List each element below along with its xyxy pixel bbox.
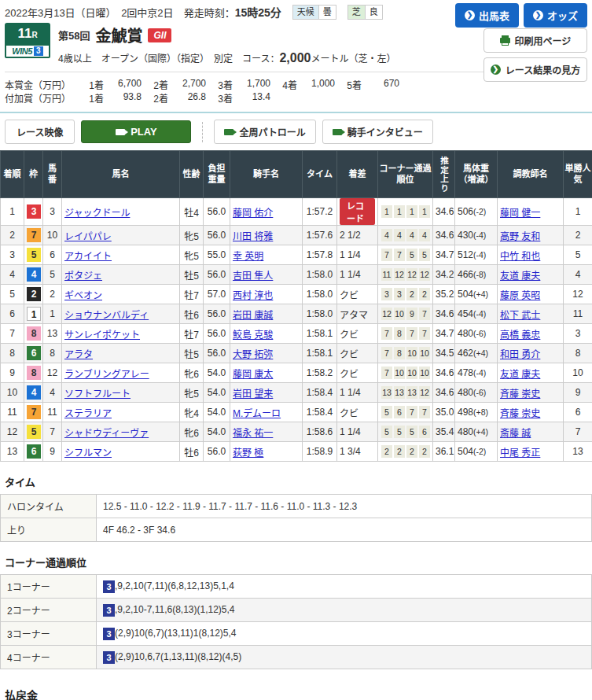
horse-number: 8 xyxy=(43,344,62,363)
horse-name-link[interactable]: ソフトフルート xyxy=(64,389,131,400)
jockey-cell: 西村 淳也 xyxy=(230,285,303,304)
col-finish-position: 着順 xyxy=(1,151,24,198)
trainer-link[interactable]: 斉藤 崇史 xyxy=(500,408,540,419)
corner-order-value: 3,9,2,10-7,11,6(8,13)(1,12)5,4 xyxy=(97,599,592,622)
jockey-link[interactable]: 幸 英明 xyxy=(233,251,263,262)
horse-name-cell: アラタ xyxy=(62,344,180,363)
jockey-link[interactable]: 大野 拓弥 xyxy=(233,349,273,360)
result-guide-button[interactable]: ❯レース結果の見方 xyxy=(484,57,587,82)
horse-number: 11 xyxy=(43,403,62,422)
result-row: 11 7 11 ステラリア 牝4 54.0 M.デムーロ 1:58.4 クビ 5… xyxy=(1,403,592,422)
body-weight-diff: (-2) xyxy=(473,447,486,456)
payout-title: 払戻金 xyxy=(5,687,75,700)
prize-1st: 6,700 xyxy=(104,78,142,91)
trainer-link[interactable]: 藤原 英昭 xyxy=(500,290,540,301)
result-row: 9 8 12 ランブリングアレー 牝6 54.0 藤岡 康太 1:58.2 クビ… xyxy=(1,363,592,383)
prize-5th: 670 xyxy=(362,78,399,91)
margin-value: 1 3/4 xyxy=(340,446,361,457)
trainer-cell: 中尾 秀正 xyxy=(498,442,564,462)
print-page-button[interactable]: 印刷用ページ xyxy=(484,28,587,53)
jockey-link[interactable]: 藤岡 佑介 xyxy=(233,208,273,219)
trainer-cell: 松下 武士 xyxy=(498,304,564,324)
horse-name-link[interactable]: ランブリングアレー xyxy=(64,369,149,380)
trainer-link[interactable]: 松下 武士 xyxy=(500,310,540,321)
horse-name-link[interactable]: ジャックドール xyxy=(64,208,130,219)
horse-name-link[interactable]: シフルマン xyxy=(64,448,112,459)
jockey-interview-button[interactable]: 騎手インタビュー xyxy=(322,120,433,144)
jockey-link[interactable]: 岩田 望来 xyxy=(233,389,273,400)
jockey-link[interactable]: 鮫島 克駿 xyxy=(233,330,273,341)
frame-number-badge: 7 xyxy=(27,228,41,242)
corner-order-cell: 5677 xyxy=(378,403,433,422)
turf-label: 芝 xyxy=(347,5,365,20)
race-date-line: 2022年3月13日（日曜） 2回中京2日 発走時刻：15時25分 xyxy=(5,4,281,20)
finish-time: 1:58.1 xyxy=(303,344,337,363)
body-weight-diff: (-8) xyxy=(473,270,486,279)
jockey-cell: 荻野 極 xyxy=(230,442,303,462)
leader-number-badge: 3 xyxy=(103,604,115,617)
estimated-agari: 34.6 xyxy=(433,363,455,383)
finish-position: 13 xyxy=(1,442,24,462)
odds-button[interactable]: ❯オッズ xyxy=(524,3,587,28)
results-header-row: 着順 枠 馬番 馬名 性齢 負担重量 騎手名 タイム 着差 コーナー通過順位 推… xyxy=(1,151,592,198)
finish-time: 1:58.2 xyxy=(303,363,337,383)
horse-name-link[interactable]: アラタ xyxy=(64,349,93,360)
trainer-cell: 斉藤 崇史 xyxy=(498,383,564,403)
jockey-link[interactable]: 岩田 康誠 xyxy=(233,310,273,321)
trainer-link[interactable]: 和田 勇介 xyxy=(500,349,540,360)
sex-age: 牡6 xyxy=(180,304,204,324)
horse-number: 1 xyxy=(43,304,62,324)
entries-button[interactable]: ❯出馬表 xyxy=(455,3,519,28)
body-weight: 504(+4) xyxy=(455,285,498,304)
horse-number: 3 xyxy=(43,198,62,226)
jockey-link[interactable]: M.デムーロ xyxy=(233,408,281,419)
trainer-link[interactable]: 高橋 義忠 xyxy=(500,330,540,341)
finish-position: 6 xyxy=(1,304,24,324)
jockey-link[interactable]: 西村 淳也 xyxy=(233,290,273,301)
added-prize-label: 付加賞（万円） xyxy=(5,91,77,105)
margin-cell: クビ xyxy=(337,363,378,383)
jockey-link[interactable]: 川田 将雅 xyxy=(233,231,273,242)
race-video-button[interactable]: レース映像 xyxy=(5,120,75,144)
horse-name-link[interactable]: ポタジェ xyxy=(64,271,102,282)
estimated-agari: 36.1 xyxy=(433,442,455,462)
jockey-link[interactable]: 福永 祐一 xyxy=(233,428,273,439)
carried-weight: 54.0 xyxy=(204,363,230,383)
margin-value: クビ xyxy=(340,408,359,419)
horse-name-link[interactable]: ギベオン xyxy=(64,290,102,301)
trainer-link[interactable]: 友道 康夫 xyxy=(500,271,540,282)
trainer-link[interactable]: 高野 友和 xyxy=(500,231,540,242)
horse-name-link[interactable]: シャドウディーヴァ xyxy=(64,428,149,439)
horse-name-link[interactable]: ステラリア xyxy=(64,408,112,419)
corner-order-cell: 4444 xyxy=(378,226,433,245)
horse-name-cell: ステラリア xyxy=(62,403,180,422)
margin-cell: 2 1/2 xyxy=(337,226,378,245)
horse-name-link[interactable]: レイパパレ xyxy=(64,231,112,242)
horse-name-link[interactable]: アカイイト xyxy=(64,251,112,262)
jockey-link[interactable]: 藤岡 康太 xyxy=(233,369,273,380)
play-button[interactable]: PLAY xyxy=(81,120,191,143)
col-win-popularity: 単勝人気 xyxy=(564,151,592,198)
horse-name-link[interactable]: ショウナンバルディ xyxy=(64,310,149,321)
trainer-link[interactable]: 斎藤 誠 xyxy=(500,428,531,439)
trainer-link[interactable]: 中尾 秀正 xyxy=(500,448,540,459)
margin-cell: クビ xyxy=(337,285,378,304)
corner-order-cell: 121097 xyxy=(378,304,433,324)
finish-time: 1:57.6 xyxy=(303,226,337,245)
horse-number: 12 xyxy=(43,363,62,383)
horse-name-link[interactable]: サンレイポケット xyxy=(64,330,140,341)
trainer-link[interactable]: 友道 康夫 xyxy=(500,369,540,380)
trainer-link[interactable]: 中竹 和也 xyxy=(500,251,540,262)
prize-4th: 1,000 xyxy=(297,78,335,91)
frame-number-badge: 5 xyxy=(27,425,41,439)
trainer-link[interactable]: 藤岡 健一 xyxy=(500,208,540,219)
patrol-video-button[interactable]: 全周パトロール xyxy=(214,120,315,144)
race-header: 2022年3月13日（日曜） 2回中京2日 発走時刻：15時25分 天候曇 芝良… xyxy=(0,0,592,72)
jockey-link[interactable]: 吉田 隼人 xyxy=(233,271,273,282)
trainer-link[interactable]: 斉藤 崇史 xyxy=(500,389,540,400)
result-row: 13 6 9 シフルマン 牡6 56.0 荻野 極 1:58.9 1 3/4 2… xyxy=(1,442,592,462)
jockey-link[interactable]: 荻野 極 xyxy=(233,448,263,459)
main-prize-label: 本賞金（万円） xyxy=(5,78,77,91)
result-row: 5 2 2 ギベオン 牡7 57.0 西村 淳也 1:58.0 クビ 3322 … xyxy=(1,285,592,304)
finish-position: 10 xyxy=(1,383,24,403)
